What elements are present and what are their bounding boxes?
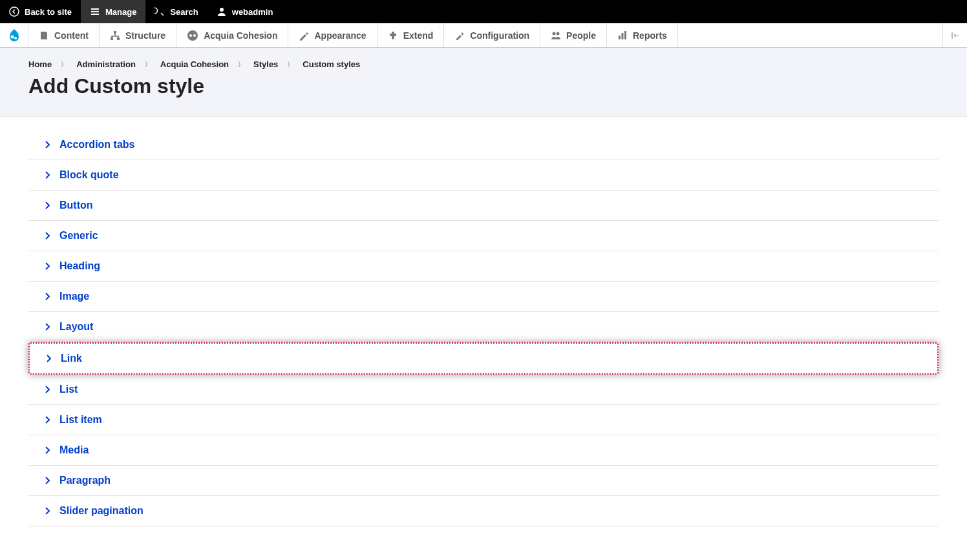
people-icon	[551, 30, 561, 41]
chevron-right-icon	[45, 355, 53, 362]
nav-acquia-cohesion[interactable]: Acquia Cohesion	[176, 23, 288, 47]
back-icon	[9, 6, 19, 17]
svg-rect-5	[114, 31, 116, 34]
nav-people[interactable]: People	[540, 23, 607, 47]
nav-appearance[interactable]: Appearance	[288, 23, 377, 47]
chevron-right-icon	[44, 507, 52, 515]
chevron-right-icon	[44, 323, 52, 331]
svg-point-9	[189, 34, 192, 37]
svg-point-10	[193, 34, 196, 37]
breadcrumb-item[interactable]: Administration	[76, 59, 136, 69]
chevron-right-icon	[44, 232, 52, 240]
svg-point-0	[10, 7, 19, 16]
style-item-label: Media	[59, 444, 89, 456]
reports-icon	[617, 30, 628, 41]
manage-label: Manage	[105, 7, 136, 17]
style-item[interactable]: Heading	[28, 251, 939, 282]
style-item-label: List	[59, 384, 78, 395]
style-item[interactable]: Accordion tabs	[28, 130, 939, 160]
breadcrumb-item[interactable]: Acquia Cohesion	[160, 59, 229, 69]
style-item[interactable]: Link	[28, 342, 939, 375]
configuration-icon	[454, 30, 465, 41]
chevron-right-icon: 〉	[145, 60, 151, 69]
nav-cohesion-label: Acquia Cohesion	[204, 30, 277, 41]
drupal-logo[interactable]	[0, 23, 28, 47]
structure-icon	[110, 30, 120, 41]
svg-point-12	[557, 32, 560, 35]
style-item[interactable]: List	[28, 375, 939, 405]
svg-point-8	[187, 30, 198, 41]
back-to-site-button[interactable]: Back to site	[0, 0, 81, 23]
chevron-right-icon	[44, 202, 52, 209]
toolbar-second: Content Structure Acquia Cohesion Appear…	[0, 23, 967, 48]
chevron-right-icon	[44, 416, 52, 424]
chevron-right-icon	[44, 141, 52, 149]
style-item[interactable]: Paragraph	[28, 466, 939, 496]
breadcrumb-item[interactable]: Home	[28, 59, 52, 69]
search-button[interactable]: Search	[145, 0, 207, 23]
extend-icon	[388, 30, 398, 41]
style-item[interactable]: Generic	[28, 221, 939, 251]
content-area: Accordion tabsBlock quoteButtonGenericHe…	[0, 117, 967, 539]
nav-configuration-label: Configuration	[470, 30, 529, 41]
nav-structure[interactable]: Structure	[100, 23, 176, 47]
chevron-right-icon	[44, 171, 52, 179]
nav-extend-label: Extend	[403, 30, 434, 41]
style-item-label: Accordion tabs	[59, 139, 134, 150]
chevron-right-icon	[44, 293, 52, 300]
chevron-right-icon	[44, 446, 52, 454]
style-item-label: Heading	[59, 260, 100, 272]
chevron-right-icon: 〉	[238, 60, 244, 69]
svg-rect-7	[117, 37, 120, 40]
style-item[interactable]: Block quote	[28, 160, 939, 191]
nav-content[interactable]: Content	[28, 23, 100, 47]
svg-rect-15	[624, 31, 626, 39]
style-item-label: Layout	[59, 321, 93, 333]
style-item-label: List item	[59, 414, 102, 426]
style-item-label: Paragraph	[59, 475, 111, 486]
search-label: Search	[170, 7, 198, 17]
style-item[interactable]: Image	[28, 282, 939, 312]
style-item[interactable]: Slider pagination	[28, 496, 939, 526]
nav-reports[interactable]: Reports	[607, 23, 678, 47]
breadcrumb-item[interactable]: Custom styles	[303, 59, 360, 69]
style-item[interactable]: Media	[28, 435, 939, 466]
style-list: Accordion tabsBlock quoteButtonGenericHe…	[28, 130, 939, 526]
chevron-right-icon: 〉	[61, 60, 67, 69]
chevron-right-icon	[44, 477, 52, 484]
style-item-label: Block quote	[59, 169, 119, 181]
content-icon	[39, 30, 49, 41]
breadcrumb-item[interactable]: Styles	[253, 59, 278, 69]
manage-button[interactable]: Manage	[81, 0, 145, 23]
svg-point-4	[14, 37, 17, 39]
style-item[interactable]: List item	[28, 405, 939, 435]
cohesion-icon	[187, 30, 198, 41]
nav-reports-label: Reports	[633, 30, 667, 41]
nav-configuration[interactable]: Configuration	[444, 23, 540, 47]
nav-content-label: Content	[54, 30, 89, 41]
hamburger-icon	[90, 6, 100, 17]
style-item-label: Generic	[59, 230, 98, 242]
svg-point-2	[220, 8, 224, 12]
user-icon	[217, 6, 227, 17]
chevron-right-icon: 〉	[287, 60, 293, 69]
user-menu-button[interactable]: webadmin	[207, 0, 282, 23]
svg-rect-14	[622, 33, 624, 39]
toolbar-collapse-button[interactable]	[942, 23, 967, 47]
nav-extend[interactable]: Extend	[377, 23, 445, 47]
style-item-label: Button	[59, 200, 93, 211]
breadcrumb: Home 〉 Administration 〉 Acquia Cohesion …	[28, 59, 939, 69]
style-item[interactable]: Layout	[28, 312, 939, 342]
style-item[interactable]: Button	[28, 191, 939, 221]
svg-rect-6	[111, 37, 113, 40]
search-icon	[154, 6, 165, 17]
style-item-label: Link	[61, 353, 82, 364]
nav-structure-label: Structure	[125, 30, 165, 41]
appearance-icon	[299, 30, 309, 41]
style-item-label: Slider pagination	[59, 505, 143, 517]
nav-people-label: People	[566, 30, 596, 41]
svg-point-11	[553, 32, 556, 35]
nav-appearance-label: Appearance	[314, 30, 366, 41]
page-title: Add Custom style	[28, 74, 939, 98]
toolbar-top: Back to site Manage Search webadmin	[0, 0, 967, 23]
